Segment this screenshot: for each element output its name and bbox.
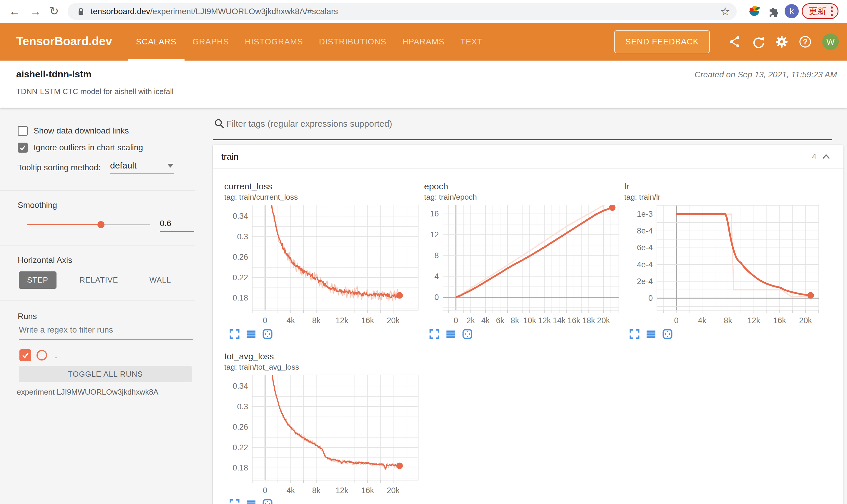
svg-text:0.26: 0.26 [232,422,248,431]
extensions-puzzle-icon[interactable] [767,5,779,17]
run-row[interactable]: . [19,349,57,361]
chart-title: epoch [424,181,621,192]
train-card-header[interactable]: train 4 [213,145,844,168]
experiment-created-date: Created on Sep 13, 2021, 11:59:23 AM [694,70,837,79]
tab-histograms[interactable]: HISTOGRAMS [237,23,311,60]
fit-domain-icon[interactable] [662,329,673,339]
ignore-outliers-label: Ignore outliers in chart scaling [34,143,143,152]
settings-gear-icon[interactable] [775,35,788,48]
svg-text:12k: 12k [335,486,348,495]
chevron-up-icon[interactable] [822,154,831,160]
help-icon[interactable]: ? [799,35,812,48]
svg-text:12: 12 [430,230,439,239]
svg-text:4: 4 [434,272,439,281]
svg-text:8k: 8k [312,316,321,325]
svg-text:0.3: 0.3 [237,232,248,241]
svg-text:6k: 6k [496,316,504,325]
chart-tile-current_loss: current_losstag: train/current_loss04k8k… [218,181,421,339]
tab-graphs[interactable]: GRAPHS [185,23,237,60]
divider [0,301,195,301]
axis-option-step[interactable]: STEP [19,271,56,289]
svg-text:12k: 12k [538,316,551,325]
smoothing-value[interactable]: 0.6 [160,219,194,232]
chart-tag: tag: train/epoch [424,193,621,201]
search-icon [214,118,225,129]
chart-title: current_loss [224,181,421,192]
browser-update-button[interactable]: 更新 [802,3,839,19]
horizontal-axis-label: Horizontal Axis [18,255,72,265]
svg-text:8k: 8k [312,486,321,495]
runs-list-icon[interactable] [646,329,656,339]
smoothing-slider[interactable] [27,220,150,229]
share-icon[interactable] [728,35,741,48]
run-checkbox-icon[interactable] [19,349,31,361]
svg-text:6e-4: 6e-4 [637,243,653,252]
svg-text:8k: 8k [724,316,732,325]
svg-text:2k: 2k [466,316,475,325]
filter-tags-input[interactable]: Filter tags (regular expressions support… [226,119,392,129]
fit-domain-icon[interactable] [462,329,472,339]
runs-filter-input[interactable]: Write a regex to filter runs [19,325,193,340]
runs-list-icon[interactable] [246,499,256,504]
browser-forward-icon[interactable]: → [30,3,41,19]
tab-hparams[interactable]: HPARAMS [394,23,452,60]
show-download-links-row[interactable]: Show data download links [18,126,129,136]
address-bar[interactable]: tensorboard.dev/experiment/LJI9MWUORLOw3… [68,3,737,20]
svg-text:0: 0 [649,294,653,303]
brand-logo[interactable]: TensorBoard.dev [16,35,112,48]
filter-underline [213,139,832,140]
chart-plot[interactable]: 02k4k6k8k10k12k14k16k18k20k1612840 [418,204,624,327]
chart-tag: tag: train/lr [624,193,822,201]
browser-menu-icon[interactable] [831,6,833,16]
expand-chart-icon[interactable] [229,499,240,504]
svg-text:2e-4: 2e-4 [637,277,653,286]
slider-knob[interactable] [98,221,104,228]
extension-fruit-icon[interactable] [748,4,761,18]
nav-tabs: SCALARSGRAPHSHISTOGRAMSDISTRIBUTIONSHPAR… [128,23,490,60]
browser-reload-icon[interactable]: ↻ [49,3,59,19]
runs-list-icon[interactable] [246,329,256,339]
runs-list-icon[interactable] [446,329,456,339]
svg-text:16: 16 [430,209,439,218]
svg-text:4e-4: 4e-4 [637,260,653,269]
svg-text:4k: 4k [698,316,706,325]
expand-chart-icon[interactable] [429,329,439,339]
tab-text[interactable]: TEXT [452,23,490,60]
experiment-id-label: experiment LJI9MWUORLOw3jkdhxwk8A [17,388,158,397]
svg-text:18k: 18k [582,316,595,325]
refresh-icon[interactable] [751,35,765,48]
tooltip-sorting-select[interactable]: default [110,161,174,174]
svg-text:14k: 14k [553,316,566,325]
fit-domain-icon[interactable] [262,329,273,339]
fit-domain-icon[interactable] [262,499,273,504]
bookmark-star-icon[interactable]: ☆ [720,6,730,17]
browser-back-icon[interactable]: ← [9,3,21,19]
toggle-all-runs-button[interactable]: TOGGLE ALL RUNS [19,366,192,382]
svg-text:20k: 20k [387,316,400,325]
svg-text:8e-4: 8e-4 [637,227,653,235]
chart-plot[interactable]: 04k8k12k16k20k0.340.30.260.220.18 [218,374,423,497]
browser-profile-avatar[interactable]: k [784,4,799,18]
expand-chart-icon[interactable] [629,329,640,339]
chart-plot[interactable]: 04k8k12k16k20k0.340.30.260.220.18 [218,204,423,327]
svg-text:12k: 12k [747,316,760,325]
svg-text:0.18: 0.18 [232,464,248,472]
send-feedback-button[interactable]: SEND FEEDBACK [614,30,710,53]
tab-distributions[interactable]: DISTRIBUTIONS [311,23,394,60]
show-download-links-label: Show data download links [34,126,129,136]
tab-scalars[interactable]: SCALARS [128,23,185,60]
checkbox-unchecked-icon[interactable] [18,126,28,136]
svg-text:4k: 4k [287,486,295,495]
user-avatar[interactable]: W [822,34,839,50]
axis-option-relative[interactable]: RELATIVE [71,271,126,289]
svg-text:20k: 20k [799,316,812,325]
axis-option-wall[interactable]: WALL [141,271,179,289]
svg-text:16k: 16k [773,316,786,325]
ignore-outliers-row[interactable]: Ignore outliers in chart scaling [18,143,143,152]
horizontal-axis-buttons: STEPRELATIVEWALL [19,271,179,289]
checkbox-checked-icon[interactable] [18,143,28,152]
chart-plot[interactable]: 04k8k12k16k20k1e-38e-46e-44e-42e-40 [618,204,824,327]
svg-text:0: 0 [434,293,439,302]
run-color-ring-icon[interactable] [36,350,47,360]
expand-chart-icon[interactable] [229,329,240,339]
